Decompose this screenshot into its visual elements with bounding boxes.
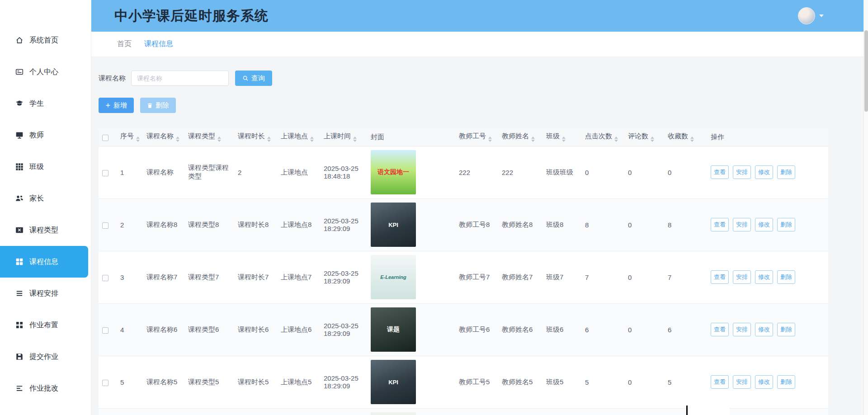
delete-button[interactable]: 删除	[777, 323, 795, 336]
sidebar-item-course-schedule[interactable]: 课程安排	[0, 278, 88, 309]
arrange-button[interactable]: 安排	[733, 218, 751, 231]
col-header-time[interactable]: 上课时间	[320, 128, 367, 146]
sort-icon[interactable]	[136, 137, 140, 142]
cell-teacher_no: 教师工号7	[455, 251, 498, 303]
sidebar-item-student[interactable]: 学生	[0, 88, 88, 119]
col-header-label: 点击次数	[585, 132, 612, 140]
row-checkbox[interactable]	[102, 222, 108, 229]
cell-duration: 课程时长7	[234, 251, 277, 303]
row-checkbox[interactable]	[102, 275, 108, 281]
col-header-comments[interactable]: 评论数	[624, 128, 664, 146]
cell-actions: 查看安排修改删除	[707, 198, 828, 251]
sidebar-item-personal-center[interactable]: 个人中心	[0, 56, 88, 88]
delete-button[interactable]: 删除	[777, 165, 795, 179]
cell-location: 上课地点8	[277, 198, 320, 251]
course-cover-image: KPI	[371, 360, 416, 404]
col-header-class_name[interactable]: 班级	[542, 128, 581, 146]
sidebar-item-homework-review[interactable]: 作业批改	[0, 373, 88, 404]
sidebar-item-homework-assign[interactable]: 作业布置	[0, 309, 88, 341]
edit-button[interactable]: 修改	[755, 270, 773, 284]
sort-icon[interactable]	[690, 137, 694, 142]
view-button[interactable]: 查看	[711, 270, 729, 284]
sort-icon[interactable]	[614, 137, 618, 142]
col-header-actions: 操作	[707, 128, 828, 146]
cell-select	[99, 251, 117, 303]
col-header-teacher_no[interactable]: 教师工号	[455, 128, 498, 146]
cell-teacher_no: 教师工号5	[455, 356, 498, 408]
col-header-clicks[interactable]: 点击次数	[581, 128, 624, 146]
arrange-button[interactable]: 安排	[733, 270, 751, 284]
arrange-button[interactable]: 安排	[733, 165, 751, 179]
col-header-index[interactable]: 序号	[117, 128, 143, 146]
course-cover-image	[371, 412, 416, 415]
scrollbar[interactable]	[863, 0, 868, 415]
table-row: 1课程名称课程类型课程类型2上课地点2025-03-25 18:48:18语文园…	[99, 146, 828, 198]
sort-icon[interactable]	[488, 137, 492, 142]
view-button[interactable]: 查看	[711, 218, 729, 231]
sort-icon[interactable]	[353, 137, 357, 142]
course-name-input[interactable]	[131, 71, 229, 86]
sidebar-item-course-info[interactable]: 课程信息	[0, 246, 88, 278]
sidebar-item-parent[interactable]: 家长	[0, 183, 88, 214]
delete-button[interactable]: 删除	[777, 218, 795, 231]
col-header-label: 序号	[120, 132, 134, 140]
cell-favorites: 6	[664, 303, 707, 356]
edit-button[interactable]: 修改	[755, 375, 773, 389]
view-button[interactable]: 查看	[711, 165, 729, 179]
edit-button[interactable]: 修改	[755, 218, 773, 231]
table-row: 2课程名称8课程类型8课程时长8上课地点82025-03-25 18:29:09…	[99, 198, 828, 251]
homework-submit-icon	[15, 353, 24, 361]
select-all-checkbox[interactable]	[102, 135, 108, 141]
view-button[interactable]: 查看	[711, 375, 729, 389]
view-button[interactable]: 查看	[711, 323, 729, 336]
delete-button[interactable]: 删除	[140, 98, 176, 113]
delete-button-label: 删除	[156, 101, 169, 110]
user-menu[interactable]	[798, 7, 824, 24]
row-checkbox[interactable]	[102, 170, 108, 176]
col-header-select	[99, 128, 117, 146]
cell-teacher_name: 教师姓名6	[498, 303, 542, 356]
col-header-favorites[interactable]: 收藏数	[664, 128, 707, 146]
col-header-course_name[interactable]: 课程名称	[143, 128, 184, 146]
parent-icon	[15, 194, 24, 203]
cell-favorites: 8	[664, 198, 707, 251]
arrange-button[interactable]: 安排	[733, 375, 751, 389]
col-header-teacher_name[interactable]: 教师姓名	[498, 128, 542, 146]
sidebar-item-label: 提交作业	[29, 352, 58, 362]
sort-icon[interactable]	[217, 137, 221, 142]
row-checkbox[interactable]	[102, 327, 108, 334]
sidebar-item-teacher[interactable]: 教师	[0, 119, 88, 151]
col-header-label: 上课时间	[324, 132, 351, 140]
cell-location: 上课地点6	[277, 303, 320, 356]
table-row: 3课程名称7课程类型7课程时长7上课地点72025-03-25 18:29:09…	[99, 251, 828, 303]
sidebar-item-label: 课程安排	[29, 289, 58, 298]
cell-comments	[624, 408, 664, 415]
arrange-button[interactable]: 安排	[733, 323, 751, 336]
plus-icon	[105, 103, 111, 108]
row-checkbox[interactable]	[102, 380, 108, 386]
col-header-course_type[interactable]: 课程类型	[184, 128, 234, 146]
sort-icon[interactable]	[176, 137, 179, 142]
scrollbar-thumb[interactable]	[864, 30, 868, 112]
edit-button[interactable]: 修改	[755, 323, 773, 336]
avatar[interactable]	[798, 7, 815, 24]
search-button[interactable]: 查询	[235, 71, 272, 86]
sort-icon[interactable]	[267, 137, 271, 142]
sidebar-item-class[interactable]: 班级	[0, 151, 88, 183]
sidebar-item-system-home[interactable]: 系统首页	[0, 24, 88, 56]
delete-button[interactable]: 删除	[777, 270, 795, 284]
tab-home[interactable]: 首页	[117, 39, 132, 49]
sidebar-item-homework-submit[interactable]: 提交作业	[0, 341, 88, 373]
edit-button[interactable]: 修改	[755, 165, 773, 179]
col-header-location[interactable]: 上课地点	[277, 128, 320, 146]
sort-icon[interactable]	[651, 137, 654, 142]
col-header-duration[interactable]: 课程时长	[234, 128, 277, 146]
course-type-icon	[15, 226, 24, 234]
delete-button[interactable]: 删除	[777, 375, 795, 389]
sort-icon[interactable]	[531, 137, 535, 142]
sort-icon[interactable]	[310, 137, 314, 142]
sidebar-item-course-type[interactable]: 课程类型	[0, 214, 88, 246]
tab-course-info[interactable]: 课程信息	[144, 39, 173, 49]
add-button[interactable]: 新增	[99, 98, 134, 113]
sort-icon[interactable]	[562, 137, 566, 142]
